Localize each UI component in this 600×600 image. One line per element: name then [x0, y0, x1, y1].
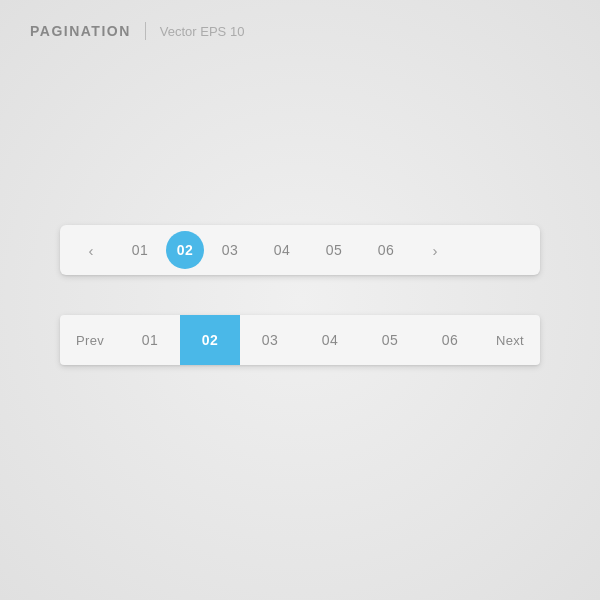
page-4-button-2[interactable]: 04	[300, 315, 360, 365]
page-5-button[interactable]: 05	[308, 231, 360, 269]
content-area: ‹ 01 02 03 04 05 06 › Prev 01 02 03 04 0…	[0, 50, 600, 600]
header-subtitle: Vector EPS 10	[160, 24, 245, 39]
next-arrow-button[interactable]: ›	[412, 231, 458, 269]
prev-arrow-button[interactable]: ‹	[68, 231, 114, 269]
header-divider	[145, 22, 146, 40]
header-title: PAGINATION	[30, 23, 131, 39]
chevron-left-icon: ‹	[89, 242, 94, 259]
prev-text-button[interactable]: Prev	[60, 315, 120, 365]
page-1-button[interactable]: 01	[114, 231, 166, 269]
page-5-button-2[interactable]: 05	[360, 315, 420, 365]
next-text-button[interactable]: Next	[480, 315, 540, 365]
page-4-button[interactable]: 04	[256, 231, 308, 269]
page-6-button-2[interactable]: 06	[420, 315, 480, 365]
page-2-button-2-active[interactable]: 02	[180, 315, 240, 365]
page-1-button-2[interactable]: 01	[120, 315, 180, 365]
page-2-button-active[interactable]: 02	[166, 231, 204, 269]
header: PAGINATION Vector EPS 10	[0, 0, 274, 50]
chevron-right-icon: ›	[433, 242, 438, 259]
next-label: Next	[496, 333, 524, 348]
page-3-button[interactable]: 03	[204, 231, 256, 269]
page-6-button[interactable]: 06	[360, 231, 412, 269]
pagination-bar-1: ‹ 01 02 03 04 05 06 ›	[60, 225, 540, 275]
prev-label: Prev	[76, 333, 104, 348]
pagination-bar-2: Prev 01 02 03 04 05 06 Next	[60, 315, 540, 365]
page-3-button-2[interactable]: 03	[240, 315, 300, 365]
